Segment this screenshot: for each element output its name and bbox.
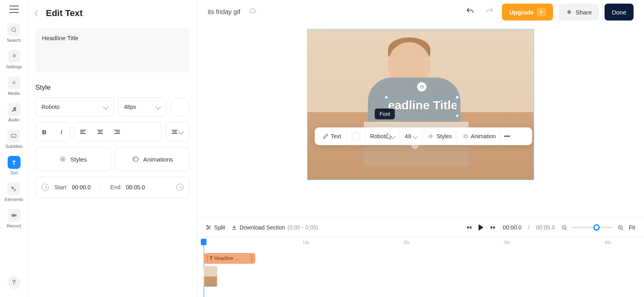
- start-value[interactable]: 00:00.0: [72, 184, 91, 190]
- rail-label: Subtitles: [5, 144, 22, 149]
- rail-search[interactable]: Search: [7, 23, 21, 43]
- zoom-fit-button[interactable]: Fit: [629, 224, 635, 231]
- svg-point-22: [133, 157, 138, 162]
- upgrade-button[interactable]: Upgrade: [502, 4, 553, 20]
- canvas[interactable]: ⟳ eadline Title Font Text Roboto 48 Styl…: [307, 29, 534, 180]
- menu-button[interactable]: [9, 6, 19, 13]
- svg-line-1: [15, 31, 16, 32]
- text-clip[interactable]: T Headline ...: [204, 253, 255, 264]
- svg-rect-12: [12, 214, 15, 217]
- zoom-slider[interactable]: [572, 227, 613, 228]
- fb-color-button[interactable]: [347, 127, 365, 145]
- zoom-slider-handle[interactable]: [593, 224, 600, 231]
- font-select[interactable]: Roboto: [35, 97, 114, 117]
- start-label: Start: [54, 184, 66, 190]
- fb-text-button[interactable]: Text: [318, 127, 347, 145]
- floating-toolbar: Text Roboto 48 Styles Animation •••: [315, 127, 532, 145]
- zoom-in-button[interactable]: [617, 224, 624, 231]
- animations-button[interactable]: Animations: [115, 147, 190, 171]
- size-select[interactable]: 48px: [118, 97, 166, 117]
- align-left-button[interactable]: [74, 123, 91, 141]
- color-chip-icon: [351, 132, 360, 141]
- svg-point-13: [62, 158, 64, 160]
- svg-rect-10: [12, 187, 14, 189]
- canvas-text-overlay[interactable]: eadline Title: [388, 98, 456, 112]
- font-tooltip: Font: [375, 109, 395, 119]
- rail-label: Search: [7, 38, 21, 43]
- help-button[interactable]: ?: [8, 276, 21, 289]
- color-picker[interactable]: [170, 97, 190, 117]
- gear-icon: [8, 50, 21, 63]
- clock-icon: [41, 184, 49, 191]
- align-center-button[interactable]: [91, 123, 108, 141]
- text-input[interactable]: Headline Title: [35, 28, 190, 72]
- end-value[interactable]: 00:05.0: [126, 184, 145, 190]
- resize-handle-br[interactable]: [456, 114, 459, 117]
- rail-subtitles[interactable]: Subtitles: [5, 129, 22, 149]
- svg-line-20: [61, 161, 62, 162]
- svg-point-29: [464, 135, 467, 138]
- fb-more-button[interactable]: •••: [501, 127, 513, 145]
- media-clip[interactable]: [204, 266, 217, 287]
- share-button[interactable]: Share: [559, 4, 599, 20]
- fb-styles-button[interactable]: Styles: [423, 127, 457, 145]
- time-separator: /: [528, 224, 530, 231]
- end-label: End: [110, 184, 120, 190]
- rotate-handle[interactable]: ⟳: [417, 82, 427, 92]
- align-right-icon: [114, 130, 120, 134]
- timeline[interactable]: 10s 20s 30s 40s 50s T Headline ...: [197, 237, 644, 297]
- share-icon: [566, 9, 572, 15]
- align-right-button[interactable]: [108, 123, 125, 141]
- svg-point-6: [14, 110, 16, 111]
- redo-button[interactable]: [483, 4, 496, 20]
- plus-icon: [8, 76, 21, 89]
- ruler-tick: 20s: [403, 240, 410, 245]
- shapes-icon: [7, 182, 20, 195]
- zoom-out-button[interactable]: [561, 224, 568, 231]
- italic-button[interactable]: I: [53, 123, 70, 141]
- bold-button[interactable]: B: [36, 123, 53, 141]
- timing-row[interactable]: Start 00:00.0 End 00:05.0: [35, 177, 190, 198]
- clip-grip-left[interactable]: [206, 256, 208, 261]
- search-icon: [7, 23, 20, 36]
- clock-icon: [176, 184, 184, 191]
- download-section-button[interactable]: Download Section(0:00 - 0:05): [231, 224, 318, 231]
- back-button[interactable]: [35, 11, 39, 15]
- time-current: 00:00.0: [503, 224, 522, 231]
- play-icon: [479, 224, 483, 231]
- rail-text[interactable]: T Text: [8, 156, 21, 175]
- ruler-tick: 10s: [303, 240, 309, 245]
- done-button[interactable]: Done: [605, 4, 634, 20]
- timeline-ruler[interactable]: 10s 20s 30s 40s 50s: [197, 237, 644, 248]
- fb-font-select[interactable]: Roboto: [365, 127, 400, 145]
- fb-size-select[interactable]: 48: [400, 127, 423, 145]
- frame-back-button[interactable]: [466, 224, 472, 231]
- styles-button[interactable]: Styles: [35, 147, 111, 171]
- styles-icon: [427, 133, 434, 139]
- panel-title: Edit Text: [46, 8, 83, 18]
- resize-handle-tl[interactable]: [385, 96, 388, 99]
- svg-point-30: [207, 225, 208, 227]
- pencil-icon: [323, 133, 328, 139]
- rail-audio[interactable]: Audio: [8, 103, 21, 122]
- rail-label: Settings: [6, 64, 22, 69]
- clip-grip-right[interactable]: [251, 256, 252, 261]
- music-icon: [8, 103, 21, 116]
- split-button[interactable]: Split: [206, 224, 225, 231]
- rail-settings[interactable]: Settings: [6, 50, 22, 69]
- svg-line-36: [566, 229, 567, 230]
- line-height-button[interactable]: [169, 123, 186, 141]
- svg-line-40: [622, 229, 623, 230]
- rail-media[interactable]: Media: [8, 76, 21, 96]
- rail-record[interactable]: Record: [7, 209, 21, 228]
- project-title[interactable]: its friday gif: [208, 8, 240, 16]
- align-left-icon: [80, 130, 86, 134]
- frame-forward-button[interactable]: [490, 224, 496, 231]
- fb-animation-button[interactable]: Animation: [457, 127, 501, 145]
- time-total: 00:05.0: [536, 224, 555, 231]
- play-button[interactable]: [479, 224, 483, 231]
- undo-button[interactable]: [463, 4, 477, 20]
- rail-elements[interactable]: Elements: [5, 182, 23, 202]
- rail-label: Media: [8, 91, 20, 96]
- rail-label: Text: [10, 170, 18, 175]
